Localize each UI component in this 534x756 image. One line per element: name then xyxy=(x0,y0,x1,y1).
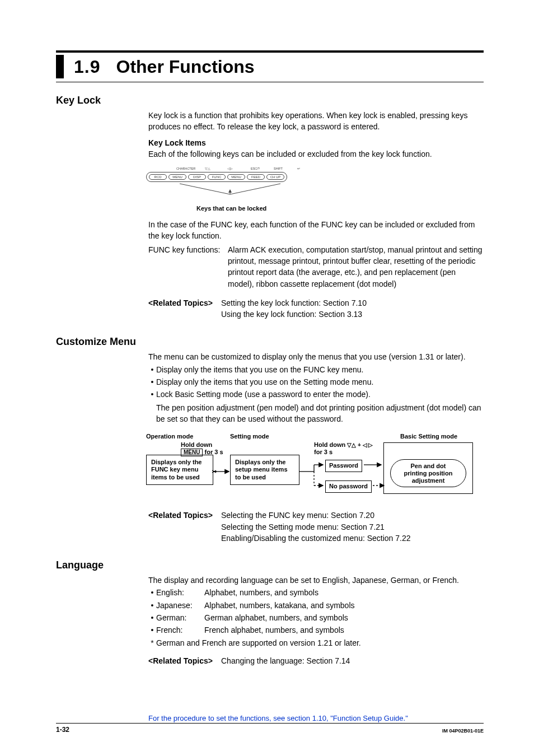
title-stub xyxy=(56,55,64,78)
heading-customize-menu: Customize Menu xyxy=(56,336,484,348)
section-number: 1.9 xyxy=(74,57,100,77)
hold-down-2: Hold down ▽△ + ◁ ▷ for 3 s xyxy=(314,441,373,456)
related-topic: Selecting the FUNC key menu: Section 7.2… xyxy=(221,510,411,521)
mode-label-operation: Operation mode xyxy=(146,432,193,441)
asterisk: * xyxy=(148,637,156,648)
bullet-dot: • xyxy=(148,389,156,400)
hold-down-1: Hold down MENU for 3 s xyxy=(181,441,223,456)
keylock-intro: Key lock is a function that prohibits ke… xyxy=(148,110,484,133)
func-key-label: FUNC key functions: xyxy=(148,244,228,255)
bullet-dot: • xyxy=(148,600,156,611)
heading-key-lock: Key Lock xyxy=(56,95,484,106)
func-key-desc: Alarm ACK execution, computation start/s… xyxy=(228,244,484,290)
keys-diagram: CHARACTER ▽△ ◁▷ ESC/? SHIFT ↩ RCD MENU D… xyxy=(146,165,320,202)
no-password-chip: No password xyxy=(325,480,372,493)
lang-name: Japanese: xyxy=(156,600,204,611)
related-topic: Using the key lock function: Section 3.1… xyxy=(221,309,367,320)
lang-name: French: xyxy=(156,624,204,636)
customize-bullet: Display only the items that you use on t… xyxy=(156,364,363,375)
mode-label-setting: Setting mode xyxy=(230,432,269,441)
customize-bullet: Display only the items that you use on t… xyxy=(156,376,373,388)
bullet-dot: • xyxy=(148,612,156,623)
related-topic: Setting the key lock function: Section 7… xyxy=(221,297,367,309)
bullet-dot: • xyxy=(148,364,156,375)
lang-desc: German alphabet, numbers, and symbols xyxy=(204,612,348,623)
svg-line-1 xyxy=(230,184,280,194)
section-title: Other Functions xyxy=(116,57,254,77)
svg-line-0 xyxy=(180,184,230,194)
language-intro: The display and recording language can b… xyxy=(148,575,484,586)
related-topics-label: <Related Topics> xyxy=(148,297,221,309)
bullet-dot: • xyxy=(148,624,156,636)
keys-arrow-svg xyxy=(146,165,320,202)
procedure-note: For the procedure to set the functions, … xyxy=(148,714,408,722)
password-chip: Password xyxy=(325,460,362,472)
pen-dot-pill: Pen and dot printing position adjustment xyxy=(390,459,466,487)
customize-bullet: Lock Basic Setting mode (use a password … xyxy=(156,389,371,400)
bullet-dot: • xyxy=(148,376,156,388)
bullet-dot: • xyxy=(148,587,156,598)
lang-desc: Alphabet, numbers, and symbols xyxy=(204,587,318,598)
related-topics-label: <Related Topics> xyxy=(148,655,221,666)
lang-name: English: xyxy=(156,587,204,598)
keylock-func-intro: In the case of the FUNC key, each functi… xyxy=(148,219,484,242)
related-topic: Changing the language: Section 7.14 xyxy=(221,655,350,666)
doc-id: IM 04P02B01-01E xyxy=(442,728,484,734)
mode-label-basic: Basic Setting mode xyxy=(400,432,457,441)
keylock-items-heading: Key Lock Items xyxy=(148,137,484,148)
lang-name: German: xyxy=(156,612,204,623)
modes-diagram: Operation mode Setting mode Basic Settin… xyxy=(146,432,484,505)
keylock-items-desc: Each of the following keys can be includ… xyxy=(148,148,484,160)
page-number: 1-32 xyxy=(56,726,69,734)
menu-chip: MENU xyxy=(181,449,203,456)
customize-bullet-cont: The pen position adjustment (pen model) … xyxy=(156,402,484,425)
lang-desc: French alphabet, numbers, and symbols xyxy=(204,624,344,636)
lang-note: German and French are supported on versi… xyxy=(156,637,361,648)
setting-mode-box: Displays only the setup menu items to be… xyxy=(230,455,299,485)
section-title-bar: 1.9 Other Functions xyxy=(56,50,484,82)
keys-caption: Keys that can be locked xyxy=(196,204,484,213)
lang-desc: Alphabet, numbers, katakana, and symbols xyxy=(204,600,355,611)
customize-intro: The menu can be customized to display on… xyxy=(148,351,484,362)
related-topic: Selecting the Setting mode menu: Section… xyxy=(221,521,411,533)
op-mode-box: Displays only the FUNC key menu items to… xyxy=(146,455,213,485)
related-topic: Enabling/Disabling the customized menu: … xyxy=(221,533,411,544)
related-topics-label: <Related Topics> xyxy=(148,510,221,521)
page-footer: 1-32 IM 04P02B01-01E xyxy=(56,723,484,734)
heading-language: Language xyxy=(56,559,484,571)
